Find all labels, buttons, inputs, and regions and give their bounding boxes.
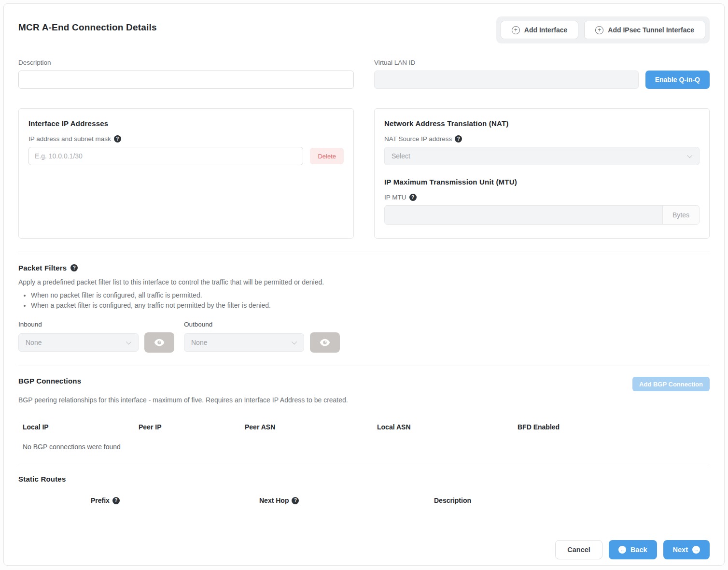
arrow-right-circle-icon: → <box>692 546 700 554</box>
outbound-select: None <box>184 333 304 352</box>
bgp-col-peer-ip: Peer IP <box>139 423 245 431</box>
bgp-col-bfd-enabled: BFD Enabled <box>518 423 710 431</box>
packet-filters-heading: Packet Filters <box>18 264 67 272</box>
description-input[interactable] <box>18 71 354 89</box>
vlan-input <box>374 71 639 89</box>
add-interface-button[interactable]: + Add Interface <box>501 21 578 39</box>
inbound-select: None <box>18 333 139 352</box>
plus-circle-icon: + <box>512 26 520 34</box>
add-bgp-connection-button: Add BGP Connection <box>632 377 710 391</box>
inbound-filter-group: Inbound None <box>18 321 174 353</box>
header: MCR A-End Connection Details + Add Inter… <box>18 16 710 43</box>
mtu-unit-addon: Bytes <box>662 206 699 224</box>
view-outbound-filter-button <box>310 332 340 353</box>
description-field-group: Description <box>18 59 354 89</box>
nat-heading: Network Address Translation (NAT) <box>384 119 700 128</box>
bgp-heading: BGP Connections <box>18 377 81 385</box>
interface-ip-heading: Interface IP Addresses <box>28 119 344 128</box>
packet-filters-bullet-list: When no packet filter is configured, all… <box>18 291 710 309</box>
packet-filters-bullet: When no packet filter is configured, all… <box>31 291 710 299</box>
page-title: MCR A-End Connection Details <box>18 22 157 33</box>
ip-address-input[interactable] <box>28 147 303 165</box>
inbound-select-value: None <box>26 339 42 346</box>
ip-mtu-label: IP MTU <box>384 194 406 201</box>
interface-actions-group: + Add Interface + Add IPsec Tunnel Inter… <box>496 16 710 43</box>
plus-circle-icon: + <box>595 26 603 34</box>
nat-source-label: NAT Source IP address <box>384 135 452 142</box>
packet-filters-description: Apply a predefined packet filter list to… <box>18 278 710 286</box>
prefix-col-label: Prefix <box>91 497 110 504</box>
help-icon[interactable]: ? <box>70 264 78 271</box>
help-icon[interactable]: ? <box>114 135 121 142</box>
top-fields-row: Description Virtual LAN ID Enable Q-in-Q <box>18 59 710 89</box>
outbound-label: Outbound <box>184 321 340 328</box>
next-label: Next <box>673 546 688 554</box>
eye-icon <box>154 339 165 346</box>
chevron-down-icon <box>292 339 297 344</box>
bgp-col-local-ip: Local IP <box>23 423 139 431</box>
ip-mtu-label-row: IP MTU ? <box>384 194 700 201</box>
bgp-col-local-asn: Local ASN <box>377 423 518 431</box>
help-icon[interactable]: ? <box>455 135 462 142</box>
back-label: Back <box>630 546 647 554</box>
packet-filters-bullet: When a packet filter is configured, any … <box>31 301 710 309</box>
delete-ip-button[interactable]: Delete <box>310 148 344 164</box>
nat-source-select: Select <box>384 147 700 165</box>
footer-actions: Cancel ← Back Next → <box>18 540 710 559</box>
static-routes-heading: Static Routes <box>18 475 710 483</box>
help-icon[interactable]: ? <box>292 497 299 504</box>
ip-subnet-label: IP address and subnet mask <box>28 135 111 142</box>
bgp-table-header: Local IP Peer IP Peer ASN Local ASN BFD … <box>18 423 710 431</box>
add-interface-label: Add Interface <box>524 26 567 34</box>
bgp-empty-message: No BGP connections were found <box>18 443 710 451</box>
mtu-heading: IP Maximum Transmission Unit (MTU) <box>384 178 700 186</box>
filters-controls-row: Inbound None Outboun <box>18 321 710 353</box>
next-hop-col-label: Next Hop <box>259 497 289 504</box>
help-icon[interactable]: ? <box>112 497 120 504</box>
eye-icon <box>320 339 330 346</box>
connection-details-panel: MCR A-End Connection Details + Add Inter… <box>3 3 725 566</box>
static-routes-section: Static Routes Prefix ? Next Hop ? Descri… <box>18 475 710 507</box>
enable-qinq-button[interactable]: Enable Q-in-Q <box>645 71 710 89</box>
arrow-left-circle-icon: ← <box>618 546 626 554</box>
nat-mtu-card: Network Address Translation (NAT) NAT So… <box>374 108 710 239</box>
mtu-input <box>385 206 662 224</box>
next-button[interactable]: Next → <box>663 540 710 559</box>
static-routes-header: Prefix ? Next Hop ? Description <box>18 497 710 507</box>
packet-filters-heading-row: Packet Filters ? <box>18 264 710 272</box>
nat-source-label-row: NAT Source IP address ? <box>384 135 700 142</box>
ip-subnet-label-row: IP address and subnet mask ? <box>28 135 344 142</box>
vlan-label: Virtual LAN ID <box>374 59 710 66</box>
chevron-down-icon <box>687 153 692 158</box>
back-button[interactable]: ← Back <box>609 540 657 559</box>
view-inbound-filter-button <box>144 332 174 353</box>
packet-filters-section: Packet Filters ? Apply a predefined pack… <box>18 264 710 353</box>
interface-ip-card: Interface IP Addresses IP address and su… <box>18 108 354 239</box>
vlan-field-group: Virtual LAN ID Enable Q-in-Q <box>374 59 710 89</box>
bgp-col-peer-asn: Peer ASN <box>245 423 377 431</box>
static-routes-col-prefix: Prefix ? <box>91 497 120 504</box>
bgp-description: BGP peering relationships for this inter… <box>18 396 710 404</box>
inbound-label: Inbound <box>18 321 174 328</box>
static-routes-col-next-hop: Next Hop ? <box>259 497 299 504</box>
section-divider <box>18 252 710 252</box>
description-label: Description <box>18 59 354 66</box>
add-ipsec-tunnel-button[interactable]: + Add IPsec Tunnel Interface <box>584 21 705 39</box>
cancel-button[interactable]: Cancel <box>555 540 602 559</box>
cards-row: Interface IP Addresses IP address and su… <box>18 108 710 239</box>
nat-select-placeholder: Select <box>392 152 410 160</box>
static-routes-col-description: Description <box>434 497 471 504</box>
outbound-select-value: None <box>191 339 207 346</box>
section-divider <box>18 366 710 366</box>
add-ipsec-label: Add IPsec Tunnel Interface <box>608 26 694 34</box>
chevron-down-icon <box>126 339 131 344</box>
outbound-filter-group: Outbound None <box>184 321 340 353</box>
help-icon[interactable]: ? <box>409 194 417 201</box>
bgp-section: BGP Connections Add BGP Connection BGP p… <box>18 377 710 451</box>
mtu-input-group: Bytes <box>384 205 700 225</box>
section-divider <box>18 464 710 464</box>
description-col-label: Description <box>434 497 471 504</box>
